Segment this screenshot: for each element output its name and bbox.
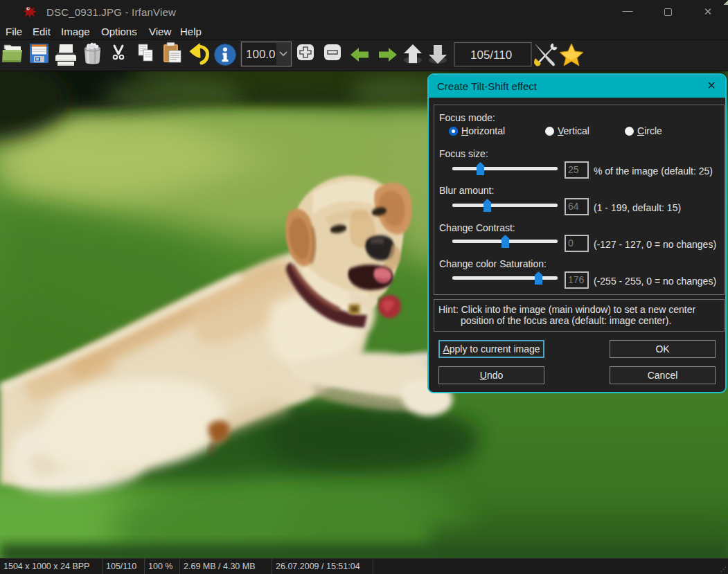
svg-text:105/110: 105/110 xyxy=(470,48,512,62)
svg-text:100.0: 100.0 xyxy=(246,48,276,61)
